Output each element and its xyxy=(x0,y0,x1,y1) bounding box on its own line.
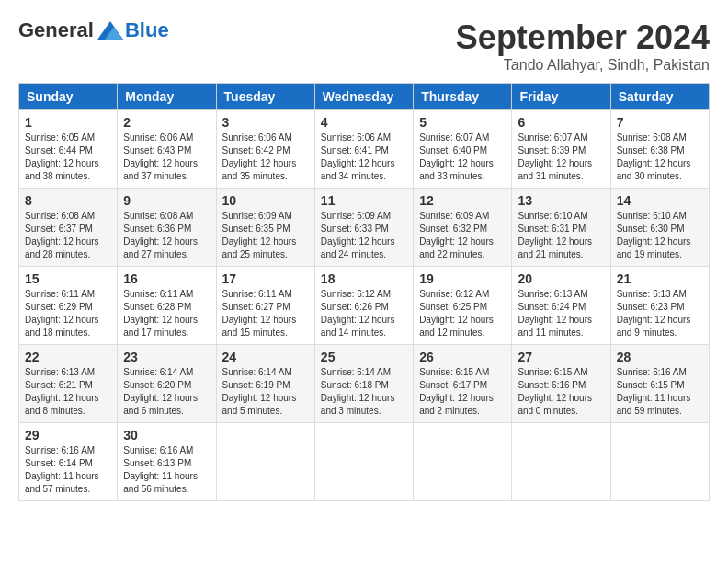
day-info: Sunrise: 6:11 AM Sunset: 6:28 PM Dayligh… xyxy=(123,288,210,339)
day-number: 20 xyxy=(518,271,604,286)
calendar-table: SundayMondayTuesdayWednesdayThursdayFrid… xyxy=(18,83,710,501)
calendar-cell: 16Sunrise: 6:11 AM Sunset: 6:28 PM Dayli… xyxy=(118,267,216,345)
calendar-cell xyxy=(314,423,413,501)
day-number: 26 xyxy=(419,350,506,364)
calendar-week-3: 15Sunrise: 6:11 AM Sunset: 6:29 PM Dayli… xyxy=(19,267,710,345)
day-info: Sunrise: 6:10 AM Sunset: 6:31 PM Dayligh… xyxy=(518,210,604,261)
calendar-cell: 4Sunrise: 6:06 AM Sunset: 6:41 PM Daylig… xyxy=(314,110,413,189)
calendar-cell: 19Sunrise: 6:12 AM Sunset: 6:25 PM Dayli… xyxy=(414,267,512,345)
day-info: Sunrise: 6:09 AM Sunset: 6:33 PM Dayligh… xyxy=(321,210,407,261)
day-info: Sunrise: 6:13 AM Sunset: 6:21 PM Dayligh… xyxy=(25,366,111,418)
day-info: Sunrise: 6:06 AM Sunset: 6:42 PM Dayligh… xyxy=(222,132,309,183)
calendar-cell: 14Sunrise: 6:10 AM Sunset: 6:30 PM Dayli… xyxy=(610,189,709,267)
day-number: 3 xyxy=(222,115,309,130)
calendar-cell: 6Sunrise: 6:07 AM Sunset: 6:39 PM Daylig… xyxy=(512,110,610,189)
day-number: 14 xyxy=(617,193,703,208)
calendar-cell: 11Sunrise: 6:09 AM Sunset: 6:33 PM Dayli… xyxy=(314,189,413,267)
day-info: Sunrise: 6:10 AM Sunset: 6:30 PM Dayligh… xyxy=(617,210,703,261)
calendar-cell: 7Sunrise: 6:08 AM Sunset: 6:38 PM Daylig… xyxy=(610,110,709,189)
calendar-cell: 26Sunrise: 6:15 AM Sunset: 6:17 PM Dayli… xyxy=(414,345,512,423)
weekday-header-tuesday: Tuesday xyxy=(216,84,314,110)
day-info: Sunrise: 6:14 AM Sunset: 6:18 PM Dayligh… xyxy=(321,366,407,418)
weekday-header-thursday: Thursday xyxy=(414,84,512,110)
day-info: Sunrise: 6:12 AM Sunset: 6:25 PM Dayligh… xyxy=(419,288,506,339)
calendar-cell: 9Sunrise: 6:08 AM Sunset: 6:36 PM Daylig… xyxy=(118,189,216,267)
day-number: 27 xyxy=(518,350,604,364)
logo-general-text: General xyxy=(18,18,94,42)
day-number: 15 xyxy=(25,271,111,286)
calendar-cell: 1Sunrise: 6:05 AM Sunset: 6:44 PM Daylig… xyxy=(19,110,118,189)
day-number: 30 xyxy=(123,428,210,442)
day-info: Sunrise: 6:07 AM Sunset: 6:39 PM Dayligh… xyxy=(518,132,604,183)
month-title: September 2024 xyxy=(456,18,710,57)
calendar-cell: 13Sunrise: 6:10 AM Sunset: 6:31 PM Dayli… xyxy=(512,189,610,267)
day-number: 18 xyxy=(321,271,407,286)
day-info: Sunrise: 6:11 AM Sunset: 6:27 PM Dayligh… xyxy=(222,288,309,339)
calendar-week-4: 22Sunrise: 6:13 AM Sunset: 6:21 PM Dayli… xyxy=(19,345,710,423)
calendar-cell: 28Sunrise: 6:16 AM Sunset: 6:15 PM Dayli… xyxy=(610,345,709,423)
day-info: Sunrise: 6:12 AM Sunset: 6:26 PM Dayligh… xyxy=(321,288,407,339)
calendar-cell: 2Sunrise: 6:06 AM Sunset: 6:43 PM Daylig… xyxy=(118,110,216,189)
day-info: Sunrise: 6:15 AM Sunset: 6:16 PM Dayligh… xyxy=(518,366,604,418)
calendar-week-1: 1Sunrise: 6:05 AM Sunset: 6:44 PM Daylig… xyxy=(19,110,710,189)
day-info: Sunrise: 6:08 AM Sunset: 6:36 PM Dayligh… xyxy=(123,210,210,261)
day-number: 16 xyxy=(123,271,210,286)
day-number: 22 xyxy=(25,350,111,364)
day-info: Sunrise: 6:16 AM Sunset: 6:13 PM Dayligh… xyxy=(123,444,210,496)
logo-icon xyxy=(97,21,123,40)
day-number: 8 xyxy=(25,193,111,208)
day-number: 19 xyxy=(419,271,506,286)
day-number: 12 xyxy=(419,193,506,208)
day-number: 4 xyxy=(321,115,407,130)
day-number: 24 xyxy=(222,350,309,364)
calendar-cell: 30Sunrise: 6:16 AM Sunset: 6:13 PM Dayli… xyxy=(118,423,216,501)
day-number: 9 xyxy=(123,193,210,208)
day-info: Sunrise: 6:06 AM Sunset: 6:43 PM Dayligh… xyxy=(123,132,210,183)
calendar-cell: 24Sunrise: 6:14 AM Sunset: 6:19 PM Dayli… xyxy=(216,345,314,423)
calendar-cell: 15Sunrise: 6:11 AM Sunset: 6:29 PM Dayli… xyxy=(19,267,118,345)
calendar-cell: 29Sunrise: 6:16 AM Sunset: 6:14 PM Dayli… xyxy=(19,423,118,501)
calendar-cell: 17Sunrise: 6:11 AM Sunset: 6:27 PM Dayli… xyxy=(216,267,314,345)
day-number: 5 xyxy=(419,115,506,130)
location-subtitle: Tando Allahyar, Sindh, Pakistan xyxy=(456,57,710,74)
weekday-header-friday: Friday xyxy=(512,84,610,110)
logo-blue-text: Blue xyxy=(125,18,169,42)
day-info: Sunrise: 6:16 AM Sunset: 6:14 PM Dayligh… xyxy=(25,444,111,496)
day-info: Sunrise: 6:08 AM Sunset: 6:37 PM Dayligh… xyxy=(25,210,111,261)
weekday-header-wednesday: Wednesday xyxy=(314,84,413,110)
day-number: 2 xyxy=(123,115,210,130)
day-number: 13 xyxy=(518,193,604,208)
day-number: 28 xyxy=(617,350,703,364)
day-number: 6 xyxy=(518,115,604,130)
calendar-cell xyxy=(216,423,314,501)
day-info: Sunrise: 6:09 AM Sunset: 6:35 PM Dayligh… xyxy=(222,210,309,261)
day-info: Sunrise: 6:13 AM Sunset: 6:24 PM Dayligh… xyxy=(518,288,604,339)
day-info: Sunrise: 6:14 AM Sunset: 6:20 PM Dayligh… xyxy=(123,366,210,418)
day-number: 23 xyxy=(123,350,210,364)
day-number: 10 xyxy=(222,193,309,208)
day-info: Sunrise: 6:15 AM Sunset: 6:17 PM Dayligh… xyxy=(419,366,506,418)
calendar-cell: 18Sunrise: 6:12 AM Sunset: 6:26 PM Dayli… xyxy=(314,267,413,345)
page-header: General Blue September 2024 Tando Allahy… xyxy=(18,18,710,74)
calendar-cell: 12Sunrise: 6:09 AM Sunset: 6:32 PM Dayli… xyxy=(414,189,512,267)
calendar-cell: 3Sunrise: 6:06 AM Sunset: 6:42 PM Daylig… xyxy=(216,110,314,189)
calendar-cell: 25Sunrise: 6:14 AM Sunset: 6:18 PM Dayli… xyxy=(314,345,413,423)
calendar-week-5: 29Sunrise: 6:16 AM Sunset: 6:14 PM Dayli… xyxy=(19,423,710,501)
day-number: 29 xyxy=(25,428,111,442)
calendar-cell: 21Sunrise: 6:13 AM Sunset: 6:23 PM Dayli… xyxy=(610,267,709,345)
day-info: Sunrise: 6:06 AM Sunset: 6:41 PM Dayligh… xyxy=(321,132,407,183)
calendar-cell: 22Sunrise: 6:13 AM Sunset: 6:21 PM Dayli… xyxy=(19,345,118,423)
calendar-cell: 23Sunrise: 6:14 AM Sunset: 6:20 PM Dayli… xyxy=(118,345,216,423)
calendar-cell: 5Sunrise: 6:07 AM Sunset: 6:40 PM Daylig… xyxy=(414,110,512,189)
day-info: Sunrise: 6:09 AM Sunset: 6:32 PM Dayligh… xyxy=(419,210,506,261)
day-number: 25 xyxy=(321,350,407,364)
calendar-week-2: 8Sunrise: 6:08 AM Sunset: 6:37 PM Daylig… xyxy=(19,189,710,267)
calendar-cell xyxy=(414,423,512,501)
day-number: 11 xyxy=(321,193,407,208)
day-number: 21 xyxy=(617,271,703,286)
day-number: 17 xyxy=(222,271,309,286)
day-info: Sunrise: 6:11 AM Sunset: 6:29 PM Dayligh… xyxy=(25,288,111,339)
day-info: Sunrise: 6:08 AM Sunset: 6:38 PM Dayligh… xyxy=(617,132,703,183)
weekday-header-saturday: Saturday xyxy=(610,84,709,110)
title-block: September 2024 Tando Allahyar, Sindh, Pa… xyxy=(456,18,710,74)
